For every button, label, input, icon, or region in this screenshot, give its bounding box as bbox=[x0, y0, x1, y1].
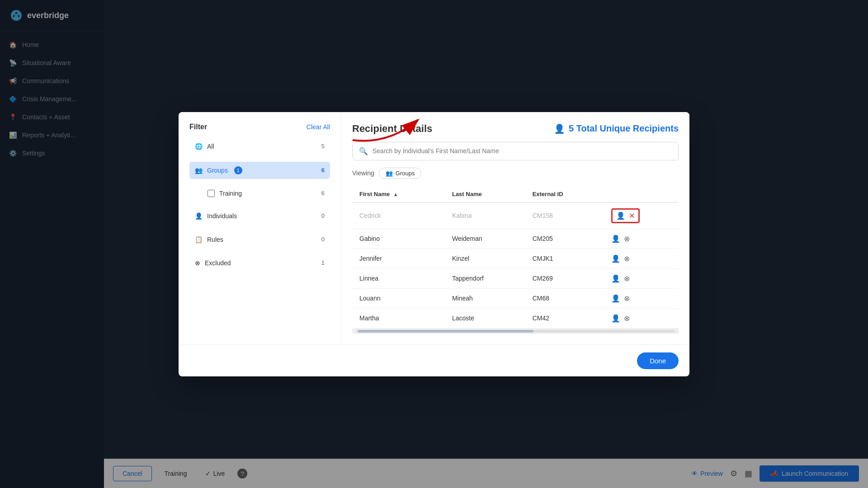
col-first-name[interactable]: First Name ▲ bbox=[352, 186, 445, 202]
recipients-table-container: First Name ▲ Last Name External ID bbox=[352, 186, 679, 334]
cell-first-name: Gabino bbox=[352, 229, 445, 249]
cell-last-name: Kabina bbox=[445, 202, 525, 229]
scroll-thumb bbox=[358, 330, 533, 333]
view-profile-icon[interactable]: 👤 bbox=[611, 254, 620, 263]
cell-external-id: CM269 bbox=[525, 268, 604, 288]
view-profile-icon[interactable]: 👤 bbox=[611, 274, 620, 283]
col-external-id[interactable]: External ID bbox=[525, 186, 604, 202]
recipient-count: 👤 5 Total Unique Recipients bbox=[554, 123, 679, 134]
view-profile-icon[interactable]: 👤 bbox=[611, 235, 620, 243]
modal-overlay: Filter Clear All 🌐 All 5 👥 Groups bbox=[0, 0, 868, 488]
search-icon: 🔍 bbox=[359, 147, 368, 155]
globe-icon: 🌐 bbox=[195, 143, 203, 150]
filter-panel: Filter Clear All 🌐 All 5 👥 Groups bbox=[179, 112, 341, 345]
remove-recipient-icon[interactable]: ⊗ bbox=[624, 254, 630, 263]
filter-item-rules[interactable]: 📋 Rules 0 bbox=[189, 231, 330, 248]
cell-external-id: CM205 bbox=[525, 229, 604, 249]
table-row: CedrickKabinaCM158 👤 ✕ bbox=[352, 202, 679, 229]
training-checkbox[interactable] bbox=[208, 190, 215, 197]
recipient-details-title: Recipient Details bbox=[352, 123, 432, 135]
cell-actions: 👤 ⊗ bbox=[604, 268, 679, 288]
action-icons: 👤 ⊗ bbox=[611, 254, 671, 263]
filter-header: Filter Clear All bbox=[189, 123, 330, 131]
individual-icon: 👤 bbox=[195, 212, 203, 220]
col-actions bbox=[604, 186, 679, 202]
remove-recipient-icon[interactable]: ⊗ bbox=[624, 314, 630, 323]
view-profile-icon[interactable]: 👤 bbox=[611, 314, 620, 323]
table-row: MarthaLacosteCM42 👤 ⊗ bbox=[352, 308, 679, 328]
filter-sub-item-training[interactable]: Training 6 bbox=[189, 186, 330, 201]
cell-first-name: Martha bbox=[352, 308, 445, 328]
cell-external-id: CM158 bbox=[525, 202, 604, 229]
cell-external-id: CMJK1 bbox=[525, 249, 604, 268]
action-icons-highlighted: 👤 ✕ bbox=[611, 208, 640, 223]
action-icons: 👤 ⊗ bbox=[611, 294, 671, 303]
table-body: CedrickKabinaCM158 👤 ✕ GabinoWeidemanCM2… bbox=[352, 202, 679, 328]
excluded-icon: ⊗ bbox=[195, 259, 200, 267]
cell-actions: 👤 ⊗ bbox=[604, 288, 679, 308]
recipient-details-modal: Filter Clear All 🌐 All 5 👥 Groups bbox=[179, 112, 689, 376]
done-button[interactable]: Done bbox=[637, 352, 679, 369]
viewing-groups-badge[interactable]: 👥 Groups bbox=[379, 168, 422, 179]
view-profile-icon[interactable]: 👤 bbox=[616, 211, 625, 220]
filter-item-excluded[interactable]: ⊗ Excluded 1 bbox=[189, 255, 330, 271]
groups-badge: 1 bbox=[234, 166, 242, 174]
cell-external-id: CM68 bbox=[525, 288, 604, 308]
action-icons: 👤 ⊗ bbox=[611, 274, 671, 283]
filter-item-all[interactable]: 🌐 All 5 bbox=[189, 138, 330, 155]
cell-last-name: Lacoste bbox=[445, 308, 525, 328]
cell-first-name: Louann bbox=[352, 288, 445, 308]
groups-icon: 👥 bbox=[195, 167, 203, 174]
col-last-name[interactable]: Last Name bbox=[445, 186, 525, 202]
cell-actions: 👤 ✕ bbox=[604, 202, 679, 229]
cell-actions: 👤 ⊗ bbox=[604, 229, 679, 249]
cell-last-name: Kinzel bbox=[445, 249, 525, 268]
remove-recipient-icon[interactable]: ⊗ bbox=[624, 274, 630, 283]
cell-first-name: Linnea bbox=[352, 268, 445, 288]
viewing-groups-icon: 👥 bbox=[386, 170, 393, 177]
filter-item-groups[interactable]: 👥 Groups 1 6 bbox=[189, 162, 330, 179]
recipient-search-box[interactable]: 🔍 bbox=[352, 142, 679, 160]
cell-first-name: Cedrick bbox=[352, 202, 445, 229]
sort-icon: ▲ bbox=[393, 192, 398, 197]
remove-recipient-icon[interactable]: ✕ bbox=[629, 211, 635, 220]
remove-recipient-icon[interactable]: ⊗ bbox=[624, 294, 630, 303]
scroll-track bbox=[356, 330, 675, 333]
remove-recipient-icon[interactable]: ⊗ bbox=[624, 235, 630, 243]
table-row: LouannMineahCM68 👤 ⊗ bbox=[352, 288, 679, 308]
cell-last-name: Mineah bbox=[445, 288, 525, 308]
modal-body: Filter Clear All 🌐 All 5 👥 Groups bbox=[179, 112, 689, 345]
cell-first-name: Jennifer bbox=[352, 249, 445, 268]
table-row: JenniferKinzelCMJK1 👤 ⊗ bbox=[352, 249, 679, 268]
viewing-label: Viewing bbox=[352, 169, 374, 177]
action-icons: 👤 ⊗ bbox=[611, 314, 671, 323]
filter-title: Filter bbox=[189, 123, 207, 131]
cell-last-name: Tappendorf bbox=[445, 268, 525, 288]
action-icons: 👤 ⊗ bbox=[611, 235, 671, 243]
view-profile-icon[interactable]: 👤 bbox=[611, 294, 620, 303]
table-row: GabinoWeidemanCM205 👤 ⊗ bbox=[352, 229, 679, 249]
cell-actions: 👤 ⊗ bbox=[604, 308, 679, 328]
recipients-table: First Name ▲ Last Name External ID bbox=[352, 186, 679, 328]
content-panel: Recipient Details 👤 5 Total Unique Recip… bbox=[341, 112, 689, 345]
modal-footer: Done bbox=[179, 345, 689, 376]
viewing-row: Viewing 👥 Groups bbox=[352, 168, 679, 179]
table-header: First Name ▲ Last Name External ID bbox=[352, 186, 679, 202]
cell-external-id: CM42 bbox=[525, 308, 604, 328]
recipient-search-input[interactable] bbox=[373, 147, 672, 155]
clear-all-button[interactable]: Clear All bbox=[307, 123, 330, 131]
filter-item-individuals[interactable]: 👤 Individuals 0 bbox=[189, 208, 330, 224]
horizontal-scrollbar[interactable] bbox=[352, 328, 679, 334]
cell-actions: 👤 ⊗ bbox=[604, 249, 679, 268]
count-person-icon: 👤 bbox=[554, 123, 565, 134]
cell-last-name: Weideman bbox=[445, 229, 525, 249]
content-header: Recipient Details 👤 5 Total Unique Recip… bbox=[352, 123, 679, 135]
table-row: LinneaTappendorfCM269 👤 ⊗ bbox=[352, 268, 679, 288]
rules-icon: 📋 bbox=[195, 236, 203, 243]
